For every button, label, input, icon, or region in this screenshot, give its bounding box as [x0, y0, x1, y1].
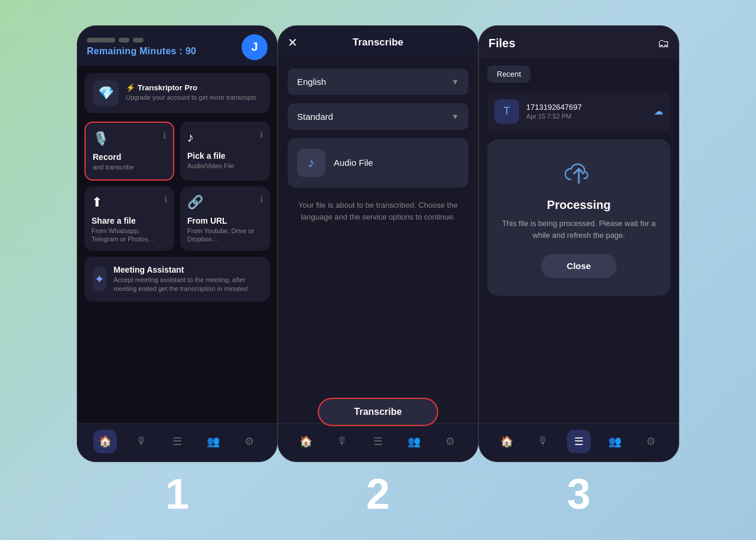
- processing-title: Processing: [499, 198, 659, 212]
- card-icon-row-1: ♪ ℹ: [187, 130, 263, 145]
- remaining-minutes: Remaining Minutes : 90: [87, 46, 196, 57]
- promo-banner[interactable]: 💎 ⚡ Transkriptor Pro Upgrade your accoun…: [84, 73, 270, 113]
- nav-files[interactable]: ☰: [165, 430, 189, 453]
- transcribe-button[interactable]: Transcribe: [318, 398, 439, 426]
- nav-mic[interactable]: 🎙: [129, 430, 153, 453]
- screen2-nav: 🏠 🎙 ☰ 👥 ⚙: [278, 423, 478, 462]
- card-share-file[interactable]: ⬆ ℹ Share a file From Whatsapp, Telegram…: [84, 186, 174, 251]
- file-row[interactable]: T 1713192647697 Apr 15 7:52 PM ☁: [487, 92, 670, 131]
- nav-settings-s3[interactable]: ⚙: [639, 430, 663, 453]
- language-arrow: ▼: [451, 77, 459, 86]
- cloud-upload-icon: ☁: [654, 106, 663, 117]
- screen2-content: English ▼ Standard ▼ ♪ Audio File Your f…: [278, 57, 478, 423]
- meeting-assistant-card[interactable]: ✦ Meeting Assistant Accept meeting assis…: [84, 257, 270, 302]
- card-record[interactable]: 🎙️ ℹ Record and transcribe: [84, 122, 174, 181]
- header-left: Remaining Minutes : 90: [87, 38, 196, 57]
- music-icon: ♪: [187, 130, 194, 145]
- info-icon-2[interactable]: ℹ: [164, 195, 167, 204]
- phone-screen-3: Files 🗂 Recent T 1713192647697 Apr 15 7:…: [478, 25, 679, 462]
- meeting-desc: Accept meeting assistant to the meeting,…: [113, 276, 262, 293]
- promo-title-icon: ⚡: [126, 83, 135, 92]
- promo-icon: 💎: [93, 80, 119, 106]
- nav-team-s2[interactable]: 👥: [402, 430, 426, 453]
- card-from-url[interactable]: 🔗 ℹ From URL From Youtube, Drive or Drop…: [180, 186, 270, 251]
- meeting-title: Meeting Assistant: [113, 265, 262, 274]
- nav-files-s2[interactable]: ☰: [366, 430, 390, 453]
- processing-cloud-icon: [499, 157, 659, 190]
- nav-settings-s2[interactable]: ⚙: [438, 430, 462, 453]
- screen1-header: Remaining Minutes : 90 J: [77, 26, 277, 66]
- audio-file-card: ♪ Audio File: [288, 138, 468, 188]
- info-icon-0[interactable]: ℹ: [163, 131, 166, 140]
- nav-team-s3[interactable]: 👥: [603, 430, 627, 453]
- card-url-title: From URL: [187, 216, 263, 225]
- phone-screen-1: Remaining Minutes : 90 J 💎 ⚡ Transkripto…: [77, 25, 278, 462]
- card-share-title: Share a file: [92, 216, 167, 225]
- card-record-subtitle: and transcribe: [93, 163, 166, 172]
- folder-icon[interactable]: 🗂: [657, 37, 669, 50]
- info-icon-3[interactable]: ℹ: [260, 195, 263, 204]
- processing-desc: This file is being processed. Please wai…: [499, 218, 659, 243]
- card-record-title: Record: [93, 152, 166, 162]
- promo-title: ⚡ Transkriptor Pro: [126, 83, 262, 92]
- action-grid: 🎙️ ℹ Record and transcribe ♪ ℹ Pick a fi…: [84, 122, 270, 251]
- close-button[interactable]: ✕: [288, 35, 298, 50]
- card-url-subtitle: From Youtube, Drive or Dropbox...: [187, 227, 263, 244]
- screen1-content: 💎 ⚡ Transkriptor Pro Upgrade your accoun…: [77, 66, 277, 423]
- nav-team[interactable]: 👥: [201, 430, 225, 453]
- quality-dropdown[interactable]: Standard ▼: [288, 103, 468, 130]
- nav-mic-s3[interactable]: 🎙: [531, 430, 555, 453]
- promo-title-text: Transkriptor Pro: [138, 83, 197, 92]
- status-bar: [87, 38, 196, 42]
- nav-files-s3[interactable]: ☰: [567, 430, 591, 453]
- card-pick-title: Pick a file: [187, 151, 263, 161]
- recent-filter-btn[interactable]: Recent: [487, 66, 530, 83]
- status-pill-1: [87, 38, 115, 42]
- card-icon-row-0: 🎙️ ℹ: [93, 131, 166, 146]
- file-type-icon: T: [494, 99, 519, 124]
- file-info: 1713192647697 Apr 15 7:52 PM: [526, 103, 647, 120]
- nav-home-s2[interactable]: 🏠: [294, 430, 318, 453]
- step-3-wrapper: Files 🗂 Recent T 1713192647697 Apr 15 7:…: [478, 25, 679, 515]
- card-share-subtitle: From Whatsapp, Telegram or Photos...: [92, 227, 167, 244]
- screen3-content: Recent T 1713192647697 Apr 15 7:52 PM ☁: [479, 58, 679, 423]
- user-avatar[interactable]: J: [242, 34, 268, 60]
- transcribe-btn-row: Transcribe: [278, 398, 478, 426]
- nav-settings[interactable]: ⚙: [237, 430, 261, 453]
- share-icon: ⬆: [92, 195, 102, 210]
- status-pill-3: [133, 38, 144, 42]
- promo-text: ⚡ Transkriptor Pro Upgrade your account …: [126, 83, 262, 102]
- files-title: Files: [488, 37, 516, 50]
- screen2-title: Transcribe: [353, 37, 403, 48]
- quality-arrow: ▼: [451, 112, 459, 121]
- nav-home[interactable]: 🏠: [93, 430, 117, 453]
- card-pick-subtitle: Audio/Video File: [187, 162, 263, 171]
- file-date: Apr 15 7:52 PM: [526, 113, 647, 120]
- meeting-icon: ✦: [93, 267, 106, 292]
- link-icon: 🔗: [187, 195, 203, 210]
- language-dropdown[interactable]: English ▼: [288, 68, 468, 95]
- transcribe-hint: Your file is about to be transcribed. Ch…: [288, 199, 468, 224]
- screen3-header: Files 🗂: [479, 26, 679, 58]
- status-pill-2: [119, 38, 129, 42]
- processing-close-button[interactable]: Close: [541, 254, 617, 278]
- remaining-label: Remaining Minutes :: [87, 46, 185, 56]
- file-name: 1713192647697: [526, 103, 647, 112]
- nav-home-s3[interactable]: 🏠: [495, 430, 519, 453]
- card-icon-row-2: ⬆ ℹ: [92, 195, 167, 210]
- step-2-wrapper: ✕ Transcribe English ▼ Standard ▼ ♪ Audi…: [278, 25, 478, 515]
- info-icon-1[interactable]: ℹ: [260, 130, 263, 139]
- nav-mic-s2[interactable]: 🎙: [330, 430, 354, 453]
- language-label: English: [297, 77, 326, 87]
- step-number-2: 2: [366, 473, 390, 515]
- mic-icon: 🎙️: [93, 131, 109, 146]
- screen3-nav: 🏠 🎙 ☰ 👥 ⚙: [479, 423, 679, 462]
- step-number-1: 1: [165, 473, 189, 515]
- processing-overlay: Processing This file is being processed.…: [487, 139, 670, 296]
- card-icon-row-3: 🔗 ℹ: [187, 195, 263, 210]
- card-pick-file[interactable]: ♪ ℹ Pick a file Audio/Video File: [180, 122, 270, 181]
- screen1-nav: 🏠 🎙 ☰ 👥 ⚙: [77, 423, 277, 462]
- quality-label: Standard: [297, 112, 333, 122]
- phone-screen-2: ✕ Transcribe English ▼ Standard ▼ ♪ Audi…: [278, 25, 478, 462]
- step-number-3: 3: [567, 473, 591, 515]
